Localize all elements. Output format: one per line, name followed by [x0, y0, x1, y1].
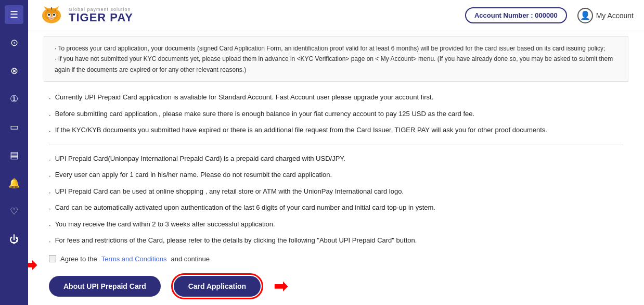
- agree-prefix: Agree to the: [60, 255, 97, 263]
- bullet-icon: ·: [49, 187, 51, 198]
- separator: [49, 145, 623, 145]
- list-item: · Currently UPI Prepaid Card application…: [49, 92, 623, 104]
- terms-conditions-link[interactable]: Terms and Conditions: [101, 255, 167, 263]
- info-section: · Currently UPI Prepaid Card application…: [44, 92, 628, 247]
- sidebar-menu-icon[interactable]: ☰: [5, 5, 23, 24]
- sidebar-list-icon[interactable]: ▤: [5, 146, 23, 164]
- info-text: UPI Prepaid Card(Unionpay International …: [55, 154, 345, 164]
- list-item: · UPI Prepaid Card can be used at online…: [49, 186, 623, 198]
- my-account-label: My Account: [596, 11, 634, 20]
- logo-area: Global payment solution TIGER PAY: [38, 4, 465, 27]
- account-number-button[interactable]: Account Number : 000000: [465, 7, 567, 23]
- my-account-menu[interactable]: 👤 My Account: [577, 8, 634, 23]
- info-text: Before submitting card application., ple…: [55, 109, 474, 119]
- card-application-button-wrapper: Card Application: [171, 273, 264, 299]
- list-item: · For fees and restrictions of the Card,…: [49, 235, 623, 247]
- account-avatar-icon: 👤: [577, 8, 593, 23]
- info-text: Card can be automatically activated upon…: [55, 202, 435, 213]
- list-item: · You may receive the card within 2 to 3…: [49, 219, 623, 231]
- about-upi-button[interactable]: About UPI Prepaid Card: [49, 276, 161, 297]
- logo-text: Global payment solution TIGER PAY: [69, 7, 133, 23]
- sidebar-user-icon[interactable]: ♡: [5, 202, 23, 221]
- agree-row: ➡ Agree to the Terms and Conditions and …: [49, 255, 628, 263]
- header-right: Account Number : 000000 👤 My Account: [465, 7, 634, 23]
- agree-checkbox[interactable]: [49, 255, 56, 262]
- info-text: For fees and restrictions of the Card, p…: [55, 235, 417, 246]
- sidebar-upload-icon[interactable]: ⊙: [5, 33, 23, 52]
- arrow-card-application-icon: ➡: [274, 278, 288, 295]
- bullet-icon: ·: [49, 126, 51, 136]
- info-text: UPI Prepaid Card can be used at online s…: [55, 186, 404, 197]
- bullet-icon: ·: [49, 220, 51, 231]
- list-item: · Before submitting card application., p…: [49, 109, 623, 120]
- notice-line2: · If you have not submitted your KYC doc…: [55, 54, 617, 75]
- main-area: Global payment solution TIGER PAY Accoun…: [28, 0, 644, 305]
- list-item: · UPI Prepaid Card(Unionpay Internationa…: [49, 154, 623, 165]
- sidebar-time-icon[interactable]: ①: [5, 90, 23, 108]
- logo-big-text: TIGER PAY: [69, 12, 133, 23]
- info-text: If the KYC/KYB documents you submitted h…: [55, 125, 547, 135]
- agree-suffix: and continue: [171, 255, 210, 263]
- list-item: · Every user can apply for 1 card in his…: [49, 170, 623, 181]
- info-text: Every user can apply for 1 card in his/h…: [55, 170, 332, 180]
- svg-point-11: [49, 17, 54, 20]
- list-item: · Card can be automatically activated up…: [49, 202, 623, 214]
- header: Global payment solution TIGER PAY Accoun…: [28, 0, 644, 31]
- sidebar-power-icon[interactable]: ⏻: [5, 230, 23, 249]
- bullet-icon: ·: [49, 171, 51, 181]
- arrow-left-icon: ➡: [28, 255, 37, 275]
- bullet-icon: ·: [49, 155, 51, 165]
- info-text: Currently UPI Prepaid Card application i…: [55, 92, 434, 103]
- notice-line1: · To process your card application, your…: [55, 43, 617, 54]
- svg-point-10: [53, 14, 55, 16]
- sidebar-card-icon[interactable]: ▭: [5, 118, 23, 136]
- bullet-icon: ·: [49, 236, 51, 247]
- bullet-icon: ·: [49, 93, 51, 104]
- tiger-logo-icon: [38, 4, 65, 27]
- content-area: · To process your card application, your…: [28, 31, 644, 305]
- bullet-icon: ·: [49, 110, 51, 120]
- sidebar: ☰ ⊙ ⊗ ① ▭ ▤ 🔔 ♡ ⏻: [0, 0, 28, 305]
- bullet-icon: ·: [49, 204, 51, 214]
- buttons-row: About UPI Prepaid Card Card Application …: [49, 273, 628, 299]
- card-application-button[interactable]: Card Application: [174, 276, 261, 297]
- sidebar-transfer-icon[interactable]: ⊗: [5, 61, 23, 80]
- list-item: · If the KYC/KYB documents you submitted…: [49, 125, 623, 136]
- sidebar-bell-icon[interactable]: 🔔: [5, 174, 23, 193]
- info-text: You may receive the card within 2 to 3 w…: [55, 219, 275, 230]
- notice-section: · To process your card application, your…: [44, 36, 628, 82]
- svg-point-9: [48, 14, 50, 16]
